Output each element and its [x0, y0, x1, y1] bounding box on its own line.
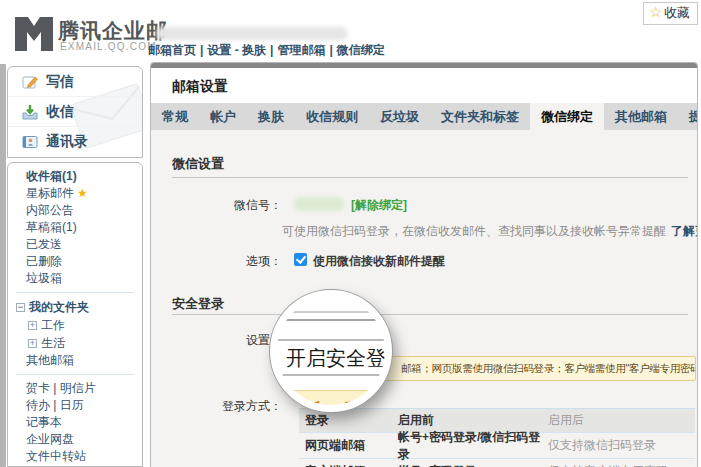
- blurred-account-email: [156, 27, 348, 40]
- unbind-link[interactable]: [解除绑定]: [351, 197, 407, 214]
- sidebar-item-folder-life[interactable]: +生活: [8, 334, 142, 352]
- tab-mail-rules[interactable]: 收信规则: [295, 103, 369, 130]
- exmail-logo-icon: [14, 16, 54, 52]
- sidebar-actions-box: 写信 收信 通讯录: [7, 66, 143, 158]
- sidebar-item-deleted[interactable]: 已删除: [8, 253, 142, 270]
- cell-login-type: 网页端邮箱: [299, 437, 398, 454]
- tab-wechat-binding[interactable]: 微信绑定: [530, 103, 604, 130]
- tab-folders-labels[interactable]: 文件夹和标签: [430, 103, 530, 130]
- page-title: 邮箱设置: [172, 78, 228, 96]
- section-title-security: 安全登录: [172, 295, 224, 313]
- cell-login-type: 客户端邮箱: [299, 463, 398, 467]
- sidebar-item-my-folders[interactable]: −我的文件夹: [8, 298, 142, 316]
- settings-panel: 邮箱设置 常规 帐户 换肤 收信规则 反垃圾 文件夹和标签 微信绑定 其他邮箱 …: [150, 62, 698, 467]
- section-title-wechat: 微信设置: [172, 155, 224, 173]
- sidebar-folders-box: 收件箱(1) 星标邮件★ 内部公告 草稿箱(1) 已发送 已删除 垃圾箱 −我的…: [7, 162, 143, 467]
- breadcrumb-wechat-binding[interactable]: 微信绑定: [337, 43, 385, 57]
- breadcrumb-mail-home[interactable]: 邮箱首页: [148, 43, 196, 57]
- sidebar-item-starred[interactable]: 星标邮件★: [8, 185, 142, 202]
- lens-line: [270, 311, 392, 313]
- sidebar-item-folder-work[interactable]: +工作: [8, 316, 142, 334]
- login-mode-label: 登录方式：: [172, 398, 282, 415]
- blurred-wechat-id: [294, 197, 344, 211]
- exmail-settings-page: 腾讯企业邮 EXMAIL.QQ.COM : 邮箱首页|设置 - 换肤|管理邮箱|…: [0, 0, 701, 467]
- tab-reminder-service[interactable]: 提醒服务: [678, 103, 698, 130]
- tab-other-mailbox[interactable]: 其他邮箱: [604, 103, 678, 130]
- col-header-before: 启用前: [398, 412, 548, 429]
- sidebar-item-greeting-cards[interactable]: 贺卡 | 明信片: [8, 380, 142, 397]
- wechat-id-label: 微信号：: [172, 197, 282, 214]
- tab-account[interactable]: 帐户: [199, 103, 247, 130]
- settings-tabbar: 常规 帐户 换肤 收信规则 反垃圾 文件夹和标签 微信绑定 其他邮箱 提醒服务 …: [151, 103, 697, 130]
- enable-secure-login-link[interactable]: 开启安全登录: [286, 345, 392, 372]
- contacts-icon: [22, 134, 38, 150]
- divider: [172, 314, 688, 315]
- breadcrumb-settings-skin[interactable]: 设置 - 换肤: [207, 43, 266, 57]
- login-mode-table: 登录 启用前 启用后 网页端邮箱 帐号+密码登录/微信扫码登录 仅支持微信扫码登…: [299, 408, 695, 467]
- sidebar-item-spam[interactable]: 垃圾箱: [8, 270, 142, 287]
- cell-before-enable: 帐号+密码登录/微信扫码登录: [398, 429, 548, 463]
- lens-line: [270, 339, 392, 341]
- col-header-after: 启用后: [548, 412, 689, 429]
- account-colon: :: [148, 26, 151, 40]
- table-row: 网页端邮箱 帐号+密码登录/微信扫码登录 仅支持微信扫码登录: [299, 432, 695, 458]
- breadcrumb: 邮箱首页|设置 - 换肤|管理邮箱|微信绑定: [148, 42, 385, 59]
- sidebar-item-receive[interactable]: 收信: [8, 97, 142, 127]
- folder-list: 收件箱(1) 星标邮件★ 内部公告 草稿箱(1) 已发送 已删除 垃圾箱 −我的…: [8, 163, 142, 465]
- panel-top-strip: [151, 63, 697, 68]
- magnifier-lens: 开启安全登录 启用后，原密: [270, 290, 392, 412]
- sidebar-item-inbox[interactable]: 收件箱(1): [8, 168, 142, 185]
- divider: [16, 374, 134, 375]
- collapse-icon[interactable]: −: [16, 303, 25, 312]
- sidebar-item-compose[interactable]: 写信: [8, 67, 142, 97]
- options-label: 选项：: [172, 253, 282, 270]
- lens-line: [270, 319, 392, 321]
- setting-label: 设置：: [172, 332, 282, 349]
- tab-skin[interactable]: 换肤: [247, 103, 295, 130]
- tab-antispam[interactable]: 反垃圾: [369, 103, 430, 130]
- divider: [172, 177, 688, 178]
- sidebar-item-todo-calendar[interactable]: 待办 | 日历: [8, 397, 142, 414]
- cell-after-enable: 仅支持微信扫码登录: [548, 437, 689, 454]
- cell-after-enable: 仅支持客户端专用密码: [548, 463, 689, 467]
- sidebar-item-notes[interactable]: 记事本: [8, 414, 142, 431]
- sidebar-item-label: 通讯录: [46, 133, 88, 151]
- wechat-notify-label: 使用微信接收新邮件提醒: [313, 253, 445, 270]
- sidebar-item-sent[interactable]: 已发送: [8, 236, 142, 253]
- compose-icon: [22, 74, 38, 90]
- sidebar-item-announcements[interactable]: 内部公告: [8, 202, 142, 219]
- star-outline-icon: ☆: [649, 4, 662, 20]
- divider: [16, 292, 134, 293]
- breadcrumb-manage-mailbox[interactable]: 管理邮箱: [277, 43, 325, 57]
- left-gray-strip: [0, 64, 6, 467]
- tab-general[interactable]: 常规: [151, 103, 199, 130]
- wechat-notify-checkbox[interactable]: [294, 253, 307, 266]
- expand-icon[interactable]: +: [28, 321, 37, 330]
- col-header-login: 登录: [299, 412, 398, 429]
- lens-line: [270, 374, 392, 376]
- cell-before-enable: 帐号+密码登录: [398, 463, 548, 467]
- wechat-description: 可使用微信扫码登录，在微信收发邮件、查找同事以及接收帐号异常提醒了解更多: [282, 223, 698, 240]
- sidebar-item-contacts[interactable]: 通讯录: [8, 127, 142, 157]
- receive-icon: [22, 104, 38, 120]
- sidebar-item-other-mailbox[interactable]: 其他邮箱: [8, 352, 142, 369]
- favorite-label: 收藏: [664, 5, 690, 20]
- sidebar-item-label: 收信: [46, 103, 74, 121]
- sidebar-item-drafts[interactable]: 草稿箱(1): [8, 219, 142, 236]
- sidebar-item-enterprise-drive[interactable]: 企业网盘: [8, 431, 142, 448]
- favorite-button[interactable]: ☆收藏: [643, 2, 698, 25]
- brand-domain: EXMAIL.QQ.COM: [60, 41, 157, 52]
- sidebar-item-label: 写信: [46, 73, 74, 91]
- learn-more-link[interactable]: 了解更多: [671, 224, 698, 238]
- star-icon: ★: [77, 186, 88, 200]
- expand-icon[interactable]: +: [28, 339, 37, 348]
- sidebar-item-file-transfer[interactable]: 文件中转站: [8, 448, 142, 465]
